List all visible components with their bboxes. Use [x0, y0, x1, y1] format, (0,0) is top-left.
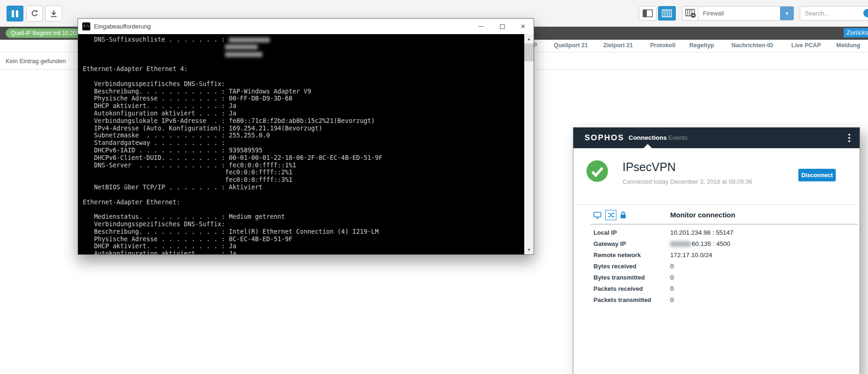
close-button[interactable]: ✕ [513, 19, 534, 34]
cmd-icon: C:\ [82, 22, 90, 30]
pause-icon [12, 10, 18, 17]
redacted-text [225, 52, 262, 57]
view-dropdown-value: Firewall [698, 10, 780, 17]
column-header[interactable]: Protokoll [650, 42, 675, 49]
download-icon [50, 9, 58, 18]
minimize-icon [478, 26, 484, 27]
traffic-shuffle-icon[interactable] [605, 210, 616, 220]
monitor-row-label: Local IP [593, 229, 670, 236]
monitor-row-value: 0 [670, 274, 674, 281]
monitor-row-value: 10.201.234.98 : 55147 [670, 229, 733, 236]
cmd-titlebar[interactable]: C:\ Eingabeaufforderung ✕ [78, 19, 534, 34]
redacted-text [670, 241, 691, 247]
monitor-row-label: Bytes received [593, 263, 670, 270]
monitor-toolbar [593, 210, 626, 220]
cmd-window: C:\ Eingabeaufforderung ✕ DNS-Suffixsuch… [78, 18, 534, 255]
monitor-row: Packets received0 [573, 283, 860, 294]
console-scrollbar[interactable]: ▲ ▼ [524, 34, 534, 254]
column-header[interactable]: Regeltyp [689, 42, 714, 49]
sophos-logo: SOPHOS [585, 133, 624, 143]
column-header[interactable]: Live PCAP [791, 42, 821, 49]
close-icon: ✕ [521, 23, 526, 29]
scrollbar-thumb[interactable] [524, 43, 534, 61]
monitor-row-label: Bytes transmitted [593, 274, 670, 281]
kebab-menu-icon[interactable] [847, 133, 851, 143]
download-button[interactable] [45, 6, 62, 22]
scroll-up-icon[interactable]: ▲ [524, 34, 534, 43]
sophos-connect-window: SOPHOS Connections Events IPsecVPN Conne… [573, 127, 860, 374]
search-input[interactable] [800, 6, 868, 21]
monitor-title: Monitor connection [670, 211, 735, 219]
column-header[interactable]: Meldung [836, 42, 860, 49]
connected-check-icon [586, 160, 608, 182]
desktop: Firewall ▼ Quell-IP Beginnt mit 10.201 ›… [0, 0, 868, 374]
monitor-row: Remote network172.17.10.0/24 [573, 249, 860, 260]
column-header[interactable]: Zielport 21 [603, 42, 633, 49]
monitor-row-value: 0 [670, 263, 674, 270]
column-view-icon [662, 9, 672, 17]
monitor-row-value: 0 [670, 296, 674, 303]
console-output: DNS-Suffixsuchliste . . . . . . . : Ethe… [83, 36, 523, 254]
monitor-row-value: 172.17.10.0/24 [670, 252, 712, 259]
add-column-button[interactable] [682, 6, 700, 21]
refresh-icon [30, 9, 39, 18]
monitor-row-label: Gateway IP [593, 240, 670, 247]
tab-connections[interactable]: Connections [629, 134, 667, 141]
monitor-row-value: 60.135 : 4500 [670, 240, 731, 247]
add-column-icon [685, 9, 696, 18]
scroll-down-icon[interactable]: ▼ [524, 245, 534, 254]
connection-row: IPsecVPN Connected today December 3, 201… [573, 148, 860, 204]
split-view-button[interactable] [639, 6, 657, 21]
monitor-icon[interactable] [593, 212, 601, 219]
disconnect-button[interactable]: Disconnect [798, 169, 836, 181]
divider [573, 204, 860, 205]
tab-events[interactable]: Events [668, 134, 687, 141]
monitor-row-value: 0 [670, 285, 674, 292]
monitor-row-label: Packets transmitted [593, 296, 670, 303]
cmd-window-title: Eingabeaufforderung [94, 23, 151, 30]
monitor-row: Gateway IP60.135 : 4500 [573, 238, 860, 249]
pause-button[interactable] [7, 6, 23, 22]
sophos-header: SOPHOS Connections Events [573, 128, 860, 148]
filter-chip[interactable]: Quell-IP Beginnt mit 10.201 [6, 29, 85, 38]
minimize-button[interactable] [470, 19, 492, 34]
split-view-icon [643, 9, 653, 17]
maximize-button[interactable] [492, 19, 513, 34]
monitor-rows: Local IP10.201.234.98 : 55147Gateway IP6… [573, 227, 860, 305]
lock-icon[interactable] [620, 211, 626, 219]
monitor-row: Bytes received0 [573, 260, 860, 272]
monitor-row-label: Packets received [593, 285, 670, 292]
console-body[interactable]: DNS-Suffixsuchliste . . . . . . . : Ethe… [78, 34, 534, 254]
monitor-row-label: Remote network [593, 252, 670, 259]
column-view-button[interactable] [658, 6, 676, 21]
view-dropdown[interactable]: Firewall ▼ [698, 6, 794, 21]
connection-name: IPsecVPN [622, 160, 676, 174]
refresh-button[interactable] [26, 6, 43, 22]
column-header[interactable]: Quellport 21 [554, 42, 588, 49]
column-header[interactable]: Nachrichten-ID [731, 42, 773, 49]
chevron-down-icon: ▼ [780, 7, 794, 20]
monitor-row: Packets transmitted0 [573, 294, 860, 305]
monitor-row: Local IP10.201.234.98 : 55147 [573, 227, 860, 238]
active-tab-notch [644, 144, 652, 148]
reset-filter-link[interactable]: Zurückse [844, 28, 868, 37]
monitor-divider [591, 224, 858, 224]
redacted-text [229, 37, 270, 43]
empty-message: Kein Eintrag gefunden [6, 58, 66, 65]
maximize-icon [500, 24, 505, 29]
redacted-text [225, 44, 258, 50]
monitor-row: Bytes transmitted0 [573, 272, 860, 283]
connection-status: Connected today December 3, 2018 at 08:0… [622, 178, 752, 185]
